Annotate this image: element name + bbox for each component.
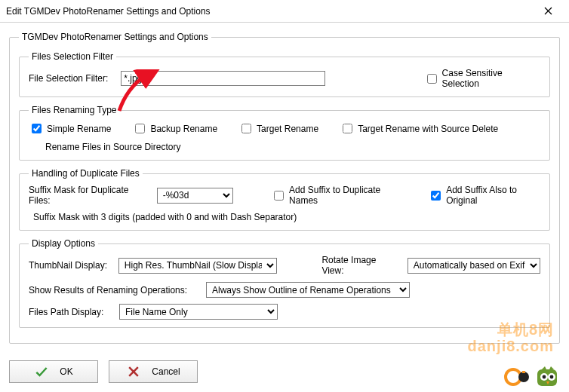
results-label: Show Results of Renaming Operations: — [29, 285, 198, 296]
backup-rename-checkbox[interactable]: Backup Rename — [132, 121, 217, 136]
thumb-label: ThumbNail Display: — [29, 260, 111, 271]
outer-group: TGMDev PhotoRenamer Settings and Options… — [9, 32, 560, 344]
add-suffix-original-checkbox[interactable]: Add Suffix Also to Original — [428, 185, 540, 206]
filter-label: File Selection Filter: — [29, 73, 116, 84]
case-sensitive-label: Case Sensitive Selection — [442, 68, 540, 89]
simple-rename-label: Simple Rename — [47, 124, 111, 134]
add-suffix-original-label: Add Suffix Also to Original — [446, 185, 540, 206]
cancel-icon — [126, 364, 141, 379]
cancel-button[interactable]: Cancel — [109, 360, 198, 383]
case-sensitive-box[interactable] — [427, 74, 437, 84]
target-rename-checkbox[interactable]: Target Rename — [238, 121, 318, 136]
svg-rect-6 — [522, 371, 525, 373]
thumb-select[interactable]: High Res. ThumbNail (Slow Display — [118, 258, 277, 274]
target-rename-delete-checkbox[interactable]: Target Rename with Source Delete — [340, 121, 498, 136]
suffix-mask-select[interactable]: -%03d — [157, 188, 233, 204]
owl-logo-icon — [536, 365, 558, 387]
duplicates-group: Handling of Duplicate Files Suffix Mask … — [19, 168, 550, 231]
filter-group: Files Selection Filter File Selection Fi… — [19, 51, 550, 97]
path-label: Files Path Display: — [29, 307, 112, 317]
corner-logos — [504, 365, 558, 387]
backup-rename-label: Backup Rename — [150, 124, 217, 134]
ok-button[interactable]: OK — [9, 360, 98, 383]
svg-point-11 — [550, 375, 554, 379]
svg-marker-13 — [542, 366, 546, 369]
rotate-label: Rotate Image View: — [321, 255, 399, 276]
rename-type-group: Files Renaming Type Simple Rename Backup… — [19, 105, 550, 161]
outer-group-legend: TGMDev PhotoRenamer Settings and Options — [19, 32, 211, 42]
path-select[interactable]: File Name Only — [119, 304, 278, 320]
ok-button-label: OK — [60, 366, 72, 377]
close-icon — [544, 7, 552, 15]
titlebar: Edit TGMDev PhotoRenamer Settings and Op… — [0, 0, 569, 23]
window-title: Edit TGMDev PhotoRenamer Settings and Op… — [6, 6, 533, 17]
rotate-select[interactable]: Automatically based on Exif — [408, 258, 540, 274]
suffix-mask-note: Suffix Mask with 3 digits (padded with 0… — [33, 212, 540, 222]
add-suffix-original-box[interactable] — [431, 191, 441, 201]
add-suffix-box[interactable] — [274, 191, 284, 201]
filter-input[interactable] — [121, 71, 325, 86]
rename-type-legend: Files Renaming Type — [29, 105, 120, 115]
simple-rename-box[interactable] — [32, 124, 42, 133]
target-rename-delete-box[interactable] — [343, 124, 352, 133]
svg-point-5 — [518, 372, 529, 382]
close-button[interactable] — [533, 1, 563, 22]
duplicates-legend: Handling of Duplicate Files — [29, 168, 143, 179]
svg-point-9 — [543, 375, 546, 379]
suffix-mask-label: Suffix Mask for Duplicate Files: — [29, 185, 146, 206]
display-options-group: Display Options ThumbNail Display: High … — [19, 238, 550, 328]
check-icon — [34, 364, 49, 379]
filter-legend: Files Selection Filter — [29, 51, 116, 62]
backup-rename-box[interactable] — [135, 124, 145, 133]
target-rename-box[interactable] — [241, 124, 251, 133]
display-options-legend: Display Options — [29, 238, 98, 249]
simple-rename-checkbox[interactable]: Simple Rename — [29, 121, 111, 136]
camera-logo-icon — [504, 366, 531, 387]
target-rename-delete-label: Target Rename with Source Delete — [358, 124, 498, 134]
rename-type-note: Rename Files in Source Directory — [45, 142, 540, 152]
target-rename-label: Target Rename — [257, 124, 318, 134]
svg-marker-14 — [549, 366, 554, 369]
cancel-button-label: Cancel — [152, 366, 180, 377]
case-sensitive-checkbox[interactable]: Case Sensitive Selection — [424, 68, 540, 89]
add-suffix-checkbox[interactable]: Add Suffix to Duplicate Names — [271, 185, 400, 206]
results-select[interactable]: Always Show Outline of Rename Operations — [206, 282, 410, 298]
add-suffix-label: Add Suffix to Duplicate Names — [289, 185, 400, 206]
